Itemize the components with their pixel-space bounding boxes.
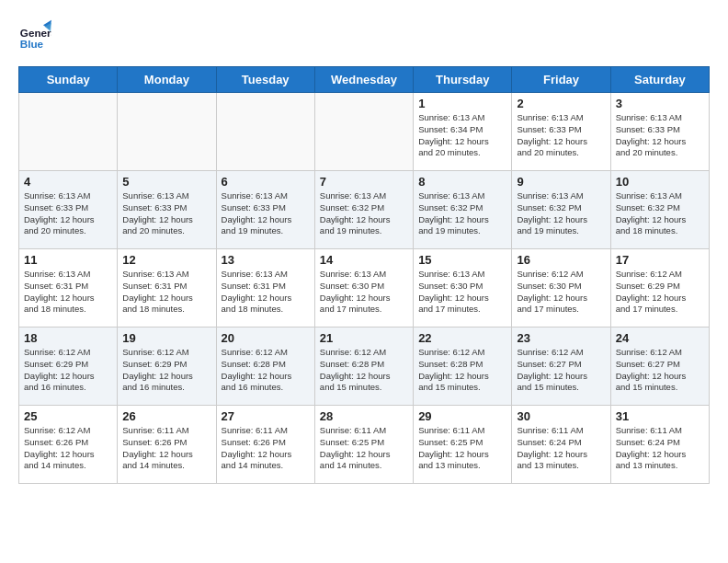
logo-icon: General Blue [18,18,51,52]
day-number: 7 [320,175,408,189]
calendar-day-cell: 12Sunrise: 6:13 AM Sunset: 6:31 PM Dayli… [118,249,216,327]
day-number: 18 [24,331,112,345]
calendar-day-cell [314,93,413,171]
day-number: 13 [222,253,310,267]
weekday-header-row: SundayMondayTuesdayWednesdayThursdayFrid… [19,67,710,93]
day-info: Sunrise: 6:13 AM Sunset: 6:30 PM Dayligh… [418,269,506,316]
day-info: Sunrise: 6:13 AM Sunset: 6:33 PM Dayligh… [517,112,605,159]
calendar-day-cell: 9Sunrise: 6:13 AM Sunset: 6:32 PM Daylig… [512,171,610,249]
day-number: 16 [517,253,605,267]
weekday-header-friday: Friday [512,67,610,93]
svg-text:Blue: Blue [20,38,44,50]
day-number: 30 [517,409,605,423]
calendar-day-cell: 2Sunrise: 6:13 AM Sunset: 6:33 PM Daylig… [512,93,610,171]
day-number: 17 [616,253,704,267]
calendar-day-cell: 3Sunrise: 6:13 AM Sunset: 6:33 PM Daylig… [610,93,709,171]
day-number: 23 [517,331,605,345]
day-info: Sunrise: 6:13 AM Sunset: 6:33 PM Dayligh… [222,190,310,237]
calendar-day-cell: 20Sunrise: 6:12 AM Sunset: 6:28 PM Dayli… [216,327,314,406]
day-number: 10 [616,175,704,189]
calendar-day-cell: 19Sunrise: 6:12 AM Sunset: 6:29 PM Dayli… [118,327,216,406]
calendar-table: SundayMondayTuesdayWednesdayThursdayFrid… [18,66,710,484]
calendar-week-row: 25Sunrise: 6:12 AM Sunset: 6:26 PM Dayli… [19,406,710,484]
day-number: 9 [517,175,605,189]
day-number: 2 [517,97,605,110]
day-info: Sunrise: 6:11 AM Sunset: 6:24 PM Dayligh… [616,425,704,472]
day-info: Sunrise: 6:12 AM Sunset: 6:29 PM Dayligh… [616,269,704,316]
day-info: Sunrise: 6:12 AM Sunset: 6:28 PM Dayligh… [222,347,310,394]
day-number: 31 [616,409,704,423]
weekday-header-wednesday: Wednesday [314,67,413,93]
calendar-day-cell: 14Sunrise: 6:13 AM Sunset: 6:30 PM Dayli… [314,249,413,327]
day-number: 27 [222,409,310,423]
day-info: Sunrise: 6:12 AM Sunset: 6:26 PM Dayligh… [24,425,112,472]
day-info: Sunrise: 6:13 AM Sunset: 6:33 PM Dayligh… [24,190,112,237]
day-number: 25 [24,409,112,423]
day-number: 12 [122,253,210,267]
day-info: Sunrise: 6:11 AM Sunset: 6:25 PM Dayligh… [418,425,506,472]
weekday-header-monday: Monday [118,67,216,93]
day-info: Sunrise: 6:13 AM Sunset: 6:34 PM Dayligh… [418,112,506,159]
day-number: 24 [616,331,704,345]
day-number: 11 [24,253,112,267]
calendar-day-cell: 30Sunrise: 6:11 AM Sunset: 6:24 PM Dayli… [512,406,610,484]
calendar-day-cell: 21Sunrise: 6:12 AM Sunset: 6:28 PM Dayli… [314,327,413,406]
weekday-header-saturday: Saturday [610,67,709,93]
day-number: 15 [418,253,506,267]
weekday-header-tuesday: Tuesday [216,67,314,93]
day-info: Sunrise: 6:12 AM Sunset: 6:29 PM Dayligh… [24,347,112,394]
day-info: Sunrise: 6:13 AM Sunset: 6:31 PM Dayligh… [122,269,210,316]
day-info: Sunrise: 6:11 AM Sunset: 6:26 PM Dayligh… [122,425,210,472]
day-number: 29 [418,409,506,423]
calendar-day-cell: 13Sunrise: 6:13 AM Sunset: 6:31 PM Dayli… [216,249,314,327]
day-number: 26 [122,409,210,423]
calendar-day-cell: 15Sunrise: 6:13 AM Sunset: 6:30 PM Dayli… [414,249,512,327]
calendar-day-cell: 27Sunrise: 6:11 AM Sunset: 6:26 PM Dayli… [216,406,314,484]
calendar-day-cell [19,93,118,171]
day-number: 20 [222,331,310,345]
calendar-day-cell: 18Sunrise: 6:12 AM Sunset: 6:29 PM Dayli… [19,327,118,406]
day-number: 21 [320,331,408,345]
day-info: Sunrise: 6:13 AM Sunset: 6:31 PM Dayligh… [222,269,310,316]
day-info: Sunrise: 6:11 AM Sunset: 6:25 PM Dayligh… [320,425,408,472]
calendar-day-cell: 11Sunrise: 6:13 AM Sunset: 6:31 PM Dayli… [19,249,118,327]
day-info: Sunrise: 6:13 AM Sunset: 6:31 PM Dayligh… [24,269,112,316]
calendar-day-cell: 4Sunrise: 6:13 AM Sunset: 6:33 PM Daylig… [19,171,118,249]
calendar-day-cell: 31Sunrise: 6:11 AM Sunset: 6:24 PM Dayli… [610,406,709,484]
day-info: Sunrise: 6:13 AM Sunset: 6:32 PM Dayligh… [616,190,704,237]
calendar-week-row: 4Sunrise: 6:13 AM Sunset: 6:33 PM Daylig… [19,171,710,249]
day-number: 14 [320,253,408,267]
day-info: Sunrise: 6:13 AM Sunset: 6:30 PM Dayligh… [320,269,408,316]
day-info: Sunrise: 6:13 AM Sunset: 6:33 PM Dayligh… [616,112,704,159]
calendar-day-cell: 28Sunrise: 6:11 AM Sunset: 6:25 PM Dayli… [314,406,413,484]
day-info: Sunrise: 6:12 AM Sunset: 6:27 PM Dayligh… [517,347,605,394]
day-number: 5 [122,175,210,189]
calendar-day-cell: 26Sunrise: 6:11 AM Sunset: 6:26 PM Dayli… [118,406,216,484]
calendar-day-cell: 24Sunrise: 6:12 AM Sunset: 6:27 PM Dayli… [610,327,709,406]
day-info: Sunrise: 6:11 AM Sunset: 6:26 PM Dayligh… [222,425,310,472]
calendar-day-cell: 23Sunrise: 6:12 AM Sunset: 6:27 PM Dayli… [512,327,610,406]
calendar-day-cell [118,93,216,171]
calendar-day-cell: 25Sunrise: 6:12 AM Sunset: 6:26 PM Dayli… [19,406,118,484]
day-number: 28 [320,409,408,423]
day-number: 3 [616,97,704,110]
day-info: Sunrise: 6:13 AM Sunset: 6:33 PM Dayligh… [122,190,210,237]
calendar-day-cell: 5Sunrise: 6:13 AM Sunset: 6:33 PM Daylig… [118,171,216,249]
calendar-day-cell: 1Sunrise: 6:13 AM Sunset: 6:34 PM Daylig… [414,93,512,171]
calendar-week-row: 11Sunrise: 6:13 AM Sunset: 6:31 PM Dayli… [19,249,710,327]
calendar-day-cell: 16Sunrise: 6:12 AM Sunset: 6:30 PM Dayli… [512,249,610,327]
calendar-day-cell: 17Sunrise: 6:12 AM Sunset: 6:29 PM Dayli… [610,249,709,327]
day-info: Sunrise: 6:13 AM Sunset: 6:32 PM Dayligh… [418,190,506,237]
logo: General Blue [18,18,55,52]
calendar-day-cell [216,93,314,171]
day-info: Sunrise: 6:12 AM Sunset: 6:30 PM Dayligh… [517,269,605,316]
page-header: General Blue [18,18,710,52]
day-info: Sunrise: 6:12 AM Sunset: 6:28 PM Dayligh… [418,347,506,394]
day-number: 22 [418,331,506,345]
calendar-week-row: 1Sunrise: 6:13 AM Sunset: 6:34 PM Daylig… [19,93,710,171]
day-info: Sunrise: 6:12 AM Sunset: 6:27 PM Dayligh… [616,347,704,394]
day-info: Sunrise: 6:11 AM Sunset: 6:24 PM Dayligh… [517,425,605,472]
calendar-day-cell: 29Sunrise: 6:11 AM Sunset: 6:25 PM Dayli… [414,406,512,484]
weekday-header-sunday: Sunday [19,67,118,93]
day-info: Sunrise: 6:13 AM Sunset: 6:32 PM Dayligh… [320,190,408,237]
